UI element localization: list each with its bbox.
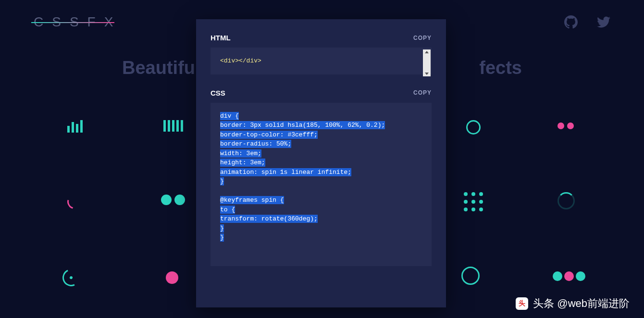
css-title: CSS bbox=[211, 89, 225, 97]
scrollbar[interactable] bbox=[423, 49, 431, 76]
effect-arc-dot[interactable] bbox=[60, 267, 82, 289]
html-title: HTML bbox=[211, 34, 231, 42]
html-header: HTML COPY bbox=[211, 34, 432, 42]
code-modal: HTML COPY <div></div> CSS COPY div { bor… bbox=[196, 19, 446, 307]
html-code-block[interactable]: <div></div> bbox=[211, 48, 432, 74]
logo[interactable]: CSSFX bbox=[34, 14, 122, 30]
github-icon[interactable] bbox=[564, 15, 578, 29]
twitter-icon[interactable] bbox=[597, 15, 610, 29]
effect-color-dots[interactable] bbox=[553, 271, 585, 281]
html-code: <div></div> bbox=[220, 57, 261, 64]
effect-spinner[interactable] bbox=[557, 192, 575, 209]
css-code-block[interactable]: div { border: 3px solid hsla(185, 100%, … bbox=[211, 103, 432, 266]
effect-arc-pink[interactable] bbox=[65, 192, 85, 212]
effect-pulse[interactable] bbox=[166, 271, 178, 284]
copy-css-button[interactable]: COPY bbox=[413, 89, 432, 96]
css-header: CSS COPY bbox=[211, 89, 432, 97]
effect-two-dots[interactable] bbox=[557, 122, 574, 129]
watermark: 头 头条 @web前端进阶 bbox=[516, 296, 630, 311]
effect-grid-dots[interactable] bbox=[464, 192, 483, 211]
watermark-text: 头条 @web前端进阶 bbox=[533, 296, 630, 311]
effect-ring[interactable] bbox=[466, 120, 481, 135]
effect-bars-solid[interactable] bbox=[163, 120, 183, 132]
effect-two-circles[interactable] bbox=[161, 195, 185, 205]
social-icons bbox=[564, 15, 610, 29]
copy-html-button[interactable]: COPY bbox=[413, 35, 432, 41]
effect-ring-large[interactable] bbox=[461, 267, 480, 285]
watermark-icon: 头 bbox=[516, 297, 528, 310]
effect-bars-wave[interactable] bbox=[67, 120, 83, 133]
